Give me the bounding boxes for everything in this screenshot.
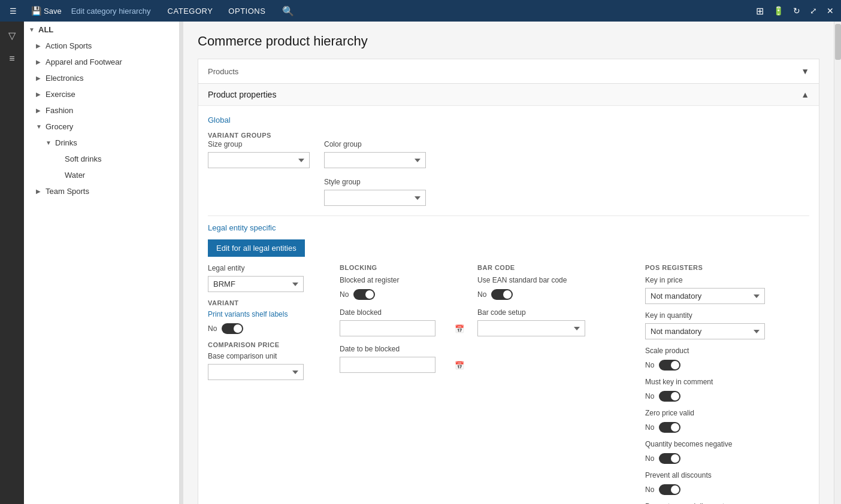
print-variants-toggle[interactable] — [222, 323, 243, 334]
sidebar-item-electronics[interactable]: ▶ Electronics — [24, 70, 179, 86]
date-to-be-blocked-input[interactable] — [340, 357, 435, 373]
page-title: Commerce product hierarchy — [198, 34, 819, 49]
scale-product-toggle-row: No — [645, 360, 809, 371]
bar-code-setup-label: Bar code setup — [477, 308, 636, 317]
must-key-in-comment-field: Must key in comment No — [645, 378, 809, 402]
variant-groups-section: VARIANT GROUPS Size group Color group — [208, 132, 809, 206]
pos-registers-label: POS REGISTERS — [645, 264, 809, 271]
color-group-field: Color group — [324, 140, 426, 168]
print-variants-field: Print variants shelf labels No — [208, 310, 330, 334]
search-icon[interactable]: 🔍 — [282, 5, 294, 17]
zero-price-valid-field: Zero price valid No — [645, 409, 809, 433]
expand-icon[interactable]: ⤢ — [807, 4, 819, 18]
blocked-at-register-field: Blocked at register No — [340, 276, 468, 300]
title-bar: ☰ 💾 Save Edit category hierarchy CATEGOR… — [0, 0, 841, 22]
scale-product-label: Scale product — [645, 347, 809, 355]
sidebar-item-grocery[interactable]: ▼ Grocery — [24, 119, 179, 135]
sidebar-item-exercise[interactable]: ▶ Exercise — [24, 86, 179, 102]
nav-bar: CATEGORY OPTIONS — [161, 3, 273, 19]
size-group-field: Size group — [208, 140, 310, 168]
size-group-select[interactable] — [208, 152, 310, 168]
zero-price-valid-toggle[interactable] — [659, 422, 680, 433]
expand-team-sports-icon: ▶ — [36, 188, 43, 195]
key-in-quantity-select[interactable]: Not mandatory Mandatory Not allowed — [645, 323, 765, 339]
legal-entity-label: Legal entity — [208, 264, 330, 272]
product-properties-content: Global VARIANT GROUPS Size group Color g… — [198, 106, 819, 504]
use-ean-label: Use EAN standard bar code — [477, 276, 636, 284]
product-properties-collapse-icon: ▲ — [801, 90, 809, 99]
save-button[interactable]: 💾 Save — [26, 4, 66, 18]
use-ean-field: Use EAN standard bar code No — [477, 276, 636, 300]
nav-category[interactable]: CATEGORY — [161, 3, 220, 19]
bar-code-setup-select[interactable] — [477, 320, 585, 336]
products-accordion-header[interactable]: Products ▼ — [198, 59, 819, 84]
scale-product-value: No — [645, 361, 654, 369]
sidebar-item-action-sports[interactable]: ▶ Action Sports — [24, 38, 179, 54]
bar-code-label: BAR CODE — [477, 264, 636, 271]
sidebar-item-apparel[interactable]: ▶ Apparel and Footwear — [24, 54, 179, 70]
must-key-in-comment-toggle[interactable] — [659, 391, 680, 402]
sidebar-item-soft-drinks[interactable]: Soft drinks — [24, 151, 179, 167]
list-icon[interactable]: ≡ — [0, 50, 24, 68]
nav-options[interactable]: OPTIONS — [221, 3, 273, 19]
zero-price-valid-toggle-row: No — [645, 422, 809, 433]
products-label: Products — [208, 67, 238, 76]
quantity-negative-label: Quantity becomes negative — [645, 440, 809, 448]
quantity-negative-toggle[interactable] — [659, 453, 680, 464]
sidebar-item-team-sports[interactable]: ▶ Team Sports — [24, 183, 179, 199]
use-ean-toggle[interactable] — [491, 289, 513, 300]
sidebar-item-fashion[interactable]: ▶ Fashion — [24, 102, 179, 119]
date-blocked-input[interactable] — [340, 320, 435, 336]
date-to-be-blocked-field: Date to be blocked 📅 — [340, 345, 468, 373]
sidebar-item-drinks[interactable]: ▼ Drinks — [24, 135, 179, 151]
scale-product-field: Scale product No — [645, 347, 809, 371]
sidebar-item-all[interactable]: ▼ ALL — [24, 22, 179, 38]
office-icon[interactable]: ⊞ — [754, 3, 766, 19]
expand-electronics-icon: ▶ — [36, 75, 43, 81]
color-group-select[interactable] — [324, 152, 426, 168]
expand-grocery-icon: ▼ — [36, 123, 43, 130]
quantity-negative-toggle-row: No — [645, 453, 809, 464]
bar-code-setup-field: Bar code setup — [477, 308, 636, 336]
filter-icon[interactable]: ▽ — [0, 26, 24, 45]
product-properties-title: Product properties — [208, 90, 276, 99]
blocked-at-register-toggle[interactable] — [353, 289, 375, 300]
base-comparison-unit-select[interactable] — [208, 364, 304, 380]
legal-entity-select[interactable]: BRMF USRT — [208, 276, 304, 292]
refresh-icon[interactable]: ↻ — [791, 4, 803, 18]
variant-groups-label: VARIANT GROUPS — [208, 132, 809, 139]
prevent-all-discounts-toggle-row: No — [645, 484, 809, 495]
app-body: ▽ ≡ ▼ ALL ▶ Action Sports ▶ Apparel and … — [0, 22, 841, 504]
product-properties-header[interactable]: Product properties ▲ — [198, 84, 819, 106]
date-blocked-input-wrapper: 📅 — [340, 320, 468, 336]
print-variants-toggle-row: No — [208, 323, 330, 334]
col-4: POS REGISTERS Key in price Not mandatory… — [645, 264, 809, 504]
base-comparison-unit-label: Base comparison unit — [208, 352, 330, 360]
key-in-price-select[interactable]: Not mandatory Mandatory Not allowed — [645, 288, 765, 304]
style-group-select[interactable] — [324, 190, 426, 206]
col-3: BAR CODE Use EAN standard bar code No Ba… — [477, 264, 645, 504]
edit-all-entities-button[interactable]: Edit for all legal entities — [208, 239, 305, 257]
style-group-row: Style group — [208, 178, 809, 206]
expand-drinks-icon: ▼ — [46, 139, 53, 146]
legal-entity-grid: Legal entity BRMF USRT VARIANT Print var… — [208, 264, 809, 504]
menu-icon: ☰ — [10, 7, 17, 16]
comparison-price-label: COMPARISON PRICE — [208, 341, 330, 348]
scrollbar-track — [834, 22, 841, 504]
blocking-label: BLOCKING — [340, 264, 468, 271]
date-to-be-blocked-wrapper: 📅 — [340, 357, 468, 373]
prevent-all-discounts-label: Prevent all discounts — [645, 471, 809, 479]
battery-icon[interactable]: 🔋 — [771, 4, 786, 18]
zero-price-valid-value: No — [645, 423, 654, 432]
scale-product-toggle[interactable] — [659, 360, 680, 371]
edit-all-entities-wrapper: Edit for all legal entities — [208, 239, 809, 257]
sidebar-item-water[interactable]: Water — [24, 167, 179, 183]
expand-fashion-icon: ▶ — [36, 107, 43, 114]
date-blocked-field: Date blocked 📅 — [340, 308, 468, 336]
scrollbar-thumb[interactable] — [835, 24, 841, 60]
legal-entity-specific-label: Legal entity specific — [208, 223, 809, 232]
close-icon[interactable]: ✕ — [824, 4, 836, 18]
prevent-all-discounts-toggle[interactable] — [659, 484, 680, 495]
hamburger-menu[interactable]: ☰ — [5, 4, 22, 18]
use-ean-toggle-row: No — [477, 289, 636, 300]
